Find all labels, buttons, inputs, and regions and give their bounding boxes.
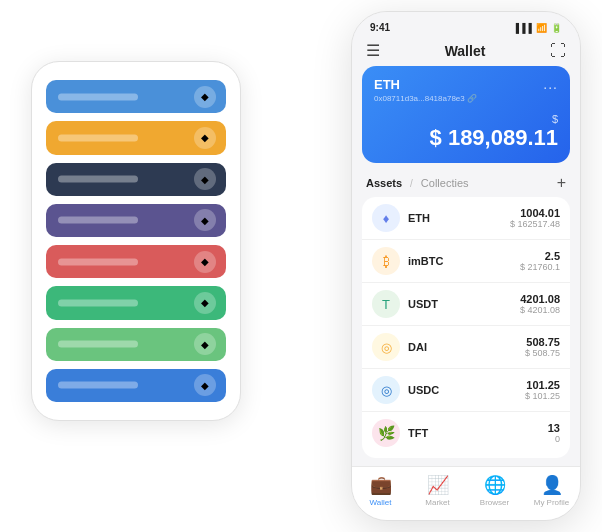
asset-icon-tft: 🌿 [372, 419, 400, 447]
signal-icon: ▐▐▐ [513, 23, 532, 33]
wallet-nav-label: Wallet [370, 498, 392, 507]
asset-icon-usdt: T [372, 290, 400, 318]
hamburger-icon[interactable]: ☰ [366, 41, 380, 60]
nav-wallet[interactable]: 💼 Wallet [352, 474, 409, 507]
background-phone: ◆◆◆◆◆◆◆◆ [31, 61, 241, 421]
asset-item-usdc[interactable]: ◎USDC101.25$ 101.25 [362, 369, 570, 412]
phone-header: ☰ Wallet ⛶ [352, 37, 580, 66]
asset-name-usdc: USDC [408, 384, 517, 396]
asset-item-dai[interactable]: ◎DAI508.75$ 508.75 [362, 326, 570, 369]
wallet-card-address: 0x08711d3a...8418a78e3 🔗 [374, 94, 558, 103]
asset-item-eth[interactable]: ♦ETH1004.01$ 162517.48 [362, 197, 570, 240]
foreground-phone: 9:41 ▐▐▐ 📶 🔋 ☰ Wallet ⛶ ETH ... 0x08711d… [351, 11, 581, 521]
wallet-nav-icon: 💼 [370, 474, 392, 496]
asset-icon-imbtc: ₿ [372, 247, 400, 275]
bg-card-5: ◆ [46, 286, 226, 319]
asset-list: ♦ETH1004.01$ 162517.48₿imBTC2.5$ 21760.1… [362, 197, 570, 458]
expand-icon[interactable]: ⛶ [550, 42, 566, 60]
bg-card-4: ◆ [46, 245, 226, 278]
wallet-card-balance-label: $ [374, 113, 558, 125]
bg-card-3: ◆ [46, 204, 226, 237]
asset-name-tft: TFT [408, 427, 540, 439]
bg-card-0: ◆ [46, 80, 226, 113]
wallet-main-card: ETH ... 0x08711d3a...8418a78e3 🔗 $ $ 189… [362, 66, 570, 163]
asset-amount-usdt: 4201.08 [520, 293, 560, 305]
bottom-nav: 💼 Wallet 📈 Market 🌐 Browser 👤 My Profile [352, 466, 580, 520]
tab-divider: / [410, 178, 413, 189]
asset-icon-usdc: ◎ [372, 376, 400, 404]
asset-name-usdt: USDT [408, 298, 512, 310]
assets-header: Assets / Collecties + [352, 171, 580, 197]
browser-nav-label: Browser [480, 498, 509, 507]
battery-icon: 🔋 [551, 23, 562, 33]
wallet-card-header: ETH ... [374, 76, 558, 92]
asset-usd-tft: 0 [548, 434, 560, 444]
scene: ◆◆◆◆◆◆◆◆ 9:41 ▐▐▐ 📶 🔋 ☰ Wallet ⛶ ETH ... [11, 11, 591, 521]
asset-usd-eth: $ 162517.48 [510, 219, 560, 229]
tab-assets[interactable]: Assets [366, 177, 402, 189]
status-bar: 9:41 ▐▐▐ 📶 🔋 [352, 12, 580, 37]
asset-name-dai: DAI [408, 341, 517, 353]
browser-nav-icon: 🌐 [484, 474, 506, 496]
profile-nav-label: My Profile [534, 498, 570, 507]
asset-amount-imbtc: 2.5 [520, 250, 560, 262]
add-asset-button[interactable]: + [557, 175, 566, 191]
asset-item-usdt[interactable]: TUSDT4201.08$ 4201.08 [362, 283, 570, 326]
nav-profile[interactable]: 👤 My Profile [523, 474, 580, 507]
status-icons: ▐▐▐ 📶 🔋 [513, 23, 562, 33]
bg-card-7: ◆ [46, 369, 226, 402]
wifi-icon: 📶 [536, 23, 547, 33]
nav-market[interactable]: 📈 Market [409, 474, 466, 507]
asset-amount-usdc: 101.25 [525, 379, 560, 391]
wallet-card-menu[interactable]: ... [543, 76, 558, 92]
asset-amount-dai: 508.75 [525, 336, 560, 348]
wallet-card-balance: $ 189,089.11 [374, 125, 558, 151]
asset-icon-eth: ♦ [372, 204, 400, 232]
asset-usd-usdc: $ 101.25 [525, 391, 560, 401]
market-nav-icon: 📈 [427, 474, 449, 496]
profile-nav-icon: 👤 [541, 474, 563, 496]
asset-usd-dai: $ 508.75 [525, 348, 560, 358]
asset-name-imbtc: imBTC [408, 255, 512, 267]
wallet-card-name: ETH [374, 77, 400, 92]
tab-collecties[interactable]: Collecties [421, 177, 469, 189]
asset-icon-dai: ◎ [372, 333, 400, 361]
nav-browser[interactable]: 🌐 Browser [466, 474, 523, 507]
asset-usd-imbtc: $ 21760.1 [520, 262, 560, 272]
bg-card-1: ◆ [46, 121, 226, 154]
asset-amount-eth: 1004.01 [510, 207, 560, 219]
assets-tabs: Assets / Collecties [366, 177, 469, 189]
asset-usd-usdt: $ 4201.08 [520, 305, 560, 315]
market-nav-label: Market [425, 498, 449, 507]
asset-item-imbtc[interactable]: ₿imBTC2.5$ 21760.1 [362, 240, 570, 283]
bg-card-2: ◆ [46, 163, 226, 196]
asset-name-eth: ETH [408, 212, 502, 224]
time: 9:41 [370, 22, 390, 33]
asset-item-tft[interactable]: 🌿TFT130 [362, 412, 570, 454]
asset-amount-tft: 13 [548, 422, 560, 434]
bg-card-6: ◆ [46, 328, 226, 361]
page-title: Wallet [445, 43, 486, 59]
